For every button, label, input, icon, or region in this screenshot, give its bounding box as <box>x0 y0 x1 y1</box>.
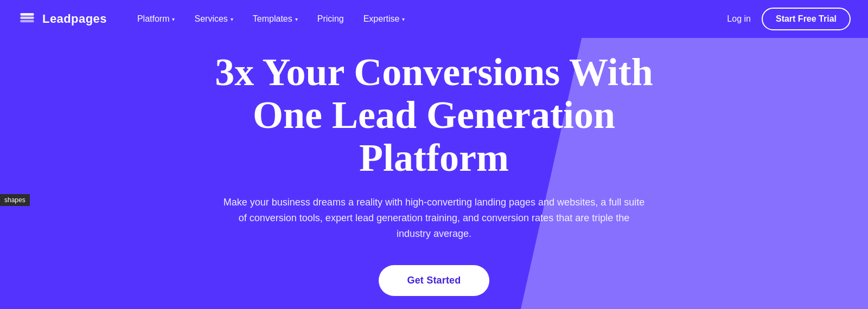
chevron-down-icon: ▾ <box>402 16 405 22</box>
chevron-down-icon: ▾ <box>231 16 233 22</box>
hero-title: 3x Your Conversions With One Lead Genera… <box>190 51 678 180</box>
nav-links: Platform ▾ Services ▾ Templates ▾ Pricin… <box>129 10 727 28</box>
navbar: Leadpages Platform ▾ Services ▾ Template… <box>0 0 868 38</box>
nav-item-pricing[interactable]: Pricing <box>309 10 353 28</box>
get-started-button[interactable]: Get Started <box>379 265 489 296</box>
hero-content: 3x Your Conversions With One Lead Genera… <box>0 38 868 309</box>
svg-rect-1 <box>20 17 34 20</box>
nav-item-services[interactable]: Services ▾ <box>186 10 241 28</box>
start-free-trial-button[interactable]: Start Free Trial <box>762 8 851 30</box>
chevron-down-icon: ▾ <box>295 16 298 22</box>
logo-link[interactable]: Leadpages <box>17 9 107 29</box>
hero-subtitle: Make your business dreams a reality with… <box>222 195 646 241</box>
logo-text: Leadpages <box>42 12 107 26</box>
nav-item-platform[interactable]: Platform ▾ <box>129 10 184 28</box>
nav-item-expertise[interactable]: Expertise ▾ <box>355 10 414 28</box>
nav-right: Log in Start Free Trial <box>727 8 851 30</box>
hero-section: Leadpages Platform ▾ Services ▾ Template… <box>0 0 868 309</box>
logo-icon <box>17 9 37 29</box>
login-link[interactable]: Log in <box>727 14 751 24</box>
svg-rect-2 <box>20 13 34 16</box>
svg-rect-0 <box>20 20 34 23</box>
nav-item-templates[interactable]: Templates ▾ <box>244 10 307 28</box>
chevron-down-icon: ▾ <box>172 16 175 22</box>
